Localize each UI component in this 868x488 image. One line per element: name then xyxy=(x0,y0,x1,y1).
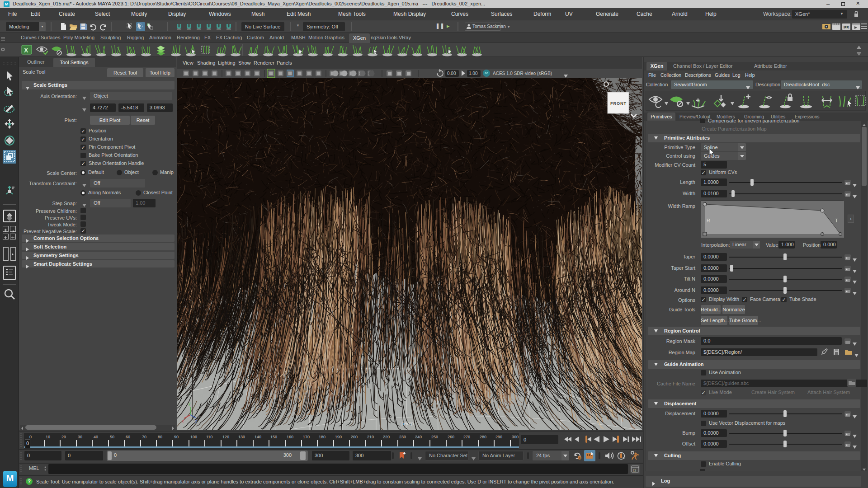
svg-text:170: 170 xyxy=(303,435,310,439)
svg-text:{;}: {;} xyxy=(633,469,636,472)
svg-text:20: 20 xyxy=(61,435,66,439)
svg-text:70: 70 xyxy=(142,435,146,439)
svg-text:250: 250 xyxy=(431,435,438,439)
svg-text:40: 40 xyxy=(94,435,98,439)
svg-text:X: X xyxy=(24,47,28,54)
svg-text:160: 160 xyxy=(287,435,293,439)
svg-text:190: 190 xyxy=(335,435,342,439)
svg-text:R: R xyxy=(707,218,710,223)
svg-text:90: 90 xyxy=(174,435,179,439)
svg-text:290: 290 xyxy=(495,435,502,439)
svg-text:z: z xyxy=(195,419,198,423)
svg-text:150: 150 xyxy=(270,435,277,439)
svg-text:140: 140 xyxy=(255,435,261,439)
svg-text:FRONT: FRONT xyxy=(610,101,627,106)
svg-text:y: y xyxy=(189,401,191,406)
svg-text:200: 200 xyxy=(351,435,358,439)
svg-text:persp: persp xyxy=(401,421,414,426)
svg-text:230: 230 xyxy=(399,435,406,439)
svg-text:210: 210 xyxy=(367,435,374,439)
svg-text:0: 0 xyxy=(29,435,32,439)
svg-text:50: 50 xyxy=(110,435,114,439)
svg-text:30: 30 xyxy=(78,435,82,439)
svg-text:120: 120 xyxy=(222,435,229,439)
svg-text:T: T xyxy=(835,218,838,223)
svg-text:IPR: IPR xyxy=(844,26,849,29)
svg-text:60: 60 xyxy=(126,435,130,439)
svg-text:280: 280 xyxy=(480,435,486,439)
svg-text:100: 100 xyxy=(190,435,197,439)
svg-text:220: 220 xyxy=(383,435,390,439)
svg-text:240: 240 xyxy=(415,435,422,439)
svg-text:130: 130 xyxy=(238,435,245,439)
svg-text:180: 180 xyxy=(319,435,326,439)
svg-text:x: x xyxy=(182,419,184,423)
svg-text:300: 300 xyxy=(512,435,519,439)
svg-text:270: 270 xyxy=(463,435,470,439)
svg-text:10: 10 xyxy=(46,435,50,439)
svg-text:110: 110 xyxy=(206,435,212,439)
svg-text:80: 80 xyxy=(158,435,162,439)
svg-text:260: 260 xyxy=(448,435,454,439)
svg-text:1: 1 xyxy=(579,456,581,460)
